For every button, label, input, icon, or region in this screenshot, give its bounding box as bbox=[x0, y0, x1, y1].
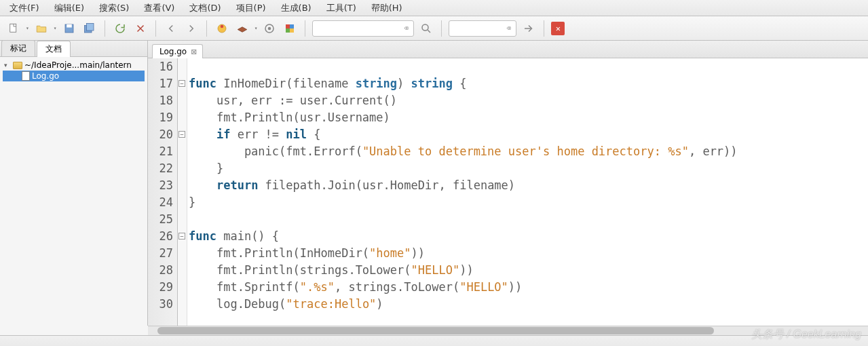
forward-button[interactable] bbox=[183, 20, 200, 37]
sidebar: 标记 文档 ▾ ~/IdeaProje...main/lantern Log.g… bbox=[0, 41, 148, 326]
svg-rect-12 bbox=[290, 28, 294, 33]
save-button[interactable] bbox=[61, 20, 77, 37]
tree-folder[interactable]: ▾ ~/IdeaProje...main/lantern bbox=[3, 60, 145, 71]
svg-rect-0 bbox=[10, 24, 16, 32]
toolbar: ▾ ▾ ▾ ⌫ ⌫ ✕ bbox=[0, 16, 868, 41]
tab-marks[interactable]: 标记 bbox=[1, 40, 35, 56]
editor-tab[interactable]: Log.go ⊠ bbox=[152, 44, 203, 58]
svg-point-13 bbox=[422, 24, 428, 31]
editor-tab-label: Log.go bbox=[159, 47, 187, 56]
fold-column: − − − bbox=[178, 58, 187, 326]
menu-search[interactable]: 搜索(S) bbox=[94, 1, 134, 16]
fold-marker-icon[interactable]: − bbox=[178, 233, 185, 239]
menubar: 文件(F) 编辑(E) 搜索(S) 查看(V) 文档(D) 项目(P) 生成(B… bbox=[0, 0, 868, 16]
open-file-button[interactable] bbox=[33, 20, 50, 37]
fold-marker-icon[interactable]: − bbox=[178, 131, 185, 138]
search-button[interactable] bbox=[418, 20, 434, 37]
file-tree: ▾ ~/IdeaProje...main/lantern Log.go bbox=[0, 57, 147, 84]
statusbar bbox=[0, 335, 868, 346]
tab-documents[interactable]: 文档 bbox=[37, 41, 71, 57]
menu-file[interactable]: 文件(F) bbox=[4, 1, 45, 16]
menu-edit[interactable]: 编辑(E) bbox=[49, 1, 90, 16]
folder-icon bbox=[13, 62, 22, 69]
menu-help[interactable]: 帮助(H) bbox=[366, 1, 408, 16]
code-editor[interactable]: 161718192021222324252627282930 − − − fun… bbox=[148, 58, 868, 326]
color-picker-button[interactable] bbox=[282, 20, 298, 37]
dropdown-caret-icon[interactable]: ▾ bbox=[26, 25, 29, 31]
run-button[interactable] bbox=[261, 20, 278, 37]
save-all-button[interactable] bbox=[81, 20, 98, 37]
close-tab-icon[interactable]: ⊠ bbox=[191, 47, 197, 56]
clear-goto-icon[interactable]: ⌫ bbox=[503, 23, 514, 34]
scrollbar-thumb[interactable] bbox=[157, 327, 714, 334]
back-button[interactable] bbox=[163, 20, 179, 37]
menu-document[interactable]: 文档(D) bbox=[184, 1, 226, 16]
compile-button[interactable] bbox=[214, 20, 230, 37]
search-input[interactable] bbox=[312, 20, 414, 37]
editor-area: Log.go ⊠ 161718192021222324252627282930 … bbox=[148, 41, 868, 326]
expand-caret-icon[interactable]: ▾ bbox=[4, 62, 11, 69]
close-file-button[interactable] bbox=[132, 20, 149, 37]
svg-point-8 bbox=[268, 26, 271, 30]
goto-button[interactable] bbox=[521, 20, 537, 37]
menu-tools[interactable]: 工具(T) bbox=[321, 1, 362, 16]
code-content[interactable]: func InHomeDir(filename string) string {… bbox=[187, 58, 868, 326]
editor-tabs: Log.go ⊠ bbox=[148, 41, 868, 58]
new-file-button[interactable] bbox=[5, 20, 22, 37]
tree-file-label: Log.go bbox=[32, 71, 59, 81]
svg-rect-4 bbox=[86, 23, 94, 31]
watermark-text: 头条号 / GeekLearning bbox=[751, 328, 861, 342]
quit-button[interactable]: ✕ bbox=[551, 22, 565, 35]
file-icon bbox=[22, 71, 30, 81]
svg-point-6 bbox=[220, 24, 223, 28]
build-button[interactable] bbox=[234, 20, 250, 37]
reload-button[interactable] bbox=[112, 20, 128, 37]
sidebar-tabs: 标记 文档 bbox=[0, 41, 147, 57]
fold-marker-icon[interactable]: − bbox=[178, 80, 185, 87]
dropdown-caret-icon[interactable]: ▾ bbox=[254, 25, 258, 31]
svg-rect-2 bbox=[67, 24, 72, 28]
menu-project[interactable]: 项目(P) bbox=[231, 1, 271, 16]
dropdown-caret-icon[interactable]: ▾ bbox=[54, 25, 57, 31]
svg-rect-9 bbox=[286, 24, 290, 28]
svg-rect-10 bbox=[290, 24, 294, 28]
menu-build[interactable]: 生成(B) bbox=[276, 1, 317, 16]
tree-folder-label: ~/IdeaProje...main/lantern bbox=[24, 60, 132, 70]
clear-search-icon[interactable]: ⌫ bbox=[400, 23, 411, 34]
menu-view[interactable]: 查看(V) bbox=[138, 1, 180, 16]
line-gutter: 161718192021222324252627282930 bbox=[148, 58, 178, 326]
main-area: 标记 文档 ▾ ~/IdeaProje...main/lantern Log.g… bbox=[0, 41, 868, 326]
svg-rect-11 bbox=[286, 28, 290, 33]
tree-file[interactable]: Log.go bbox=[3, 71, 145, 81]
